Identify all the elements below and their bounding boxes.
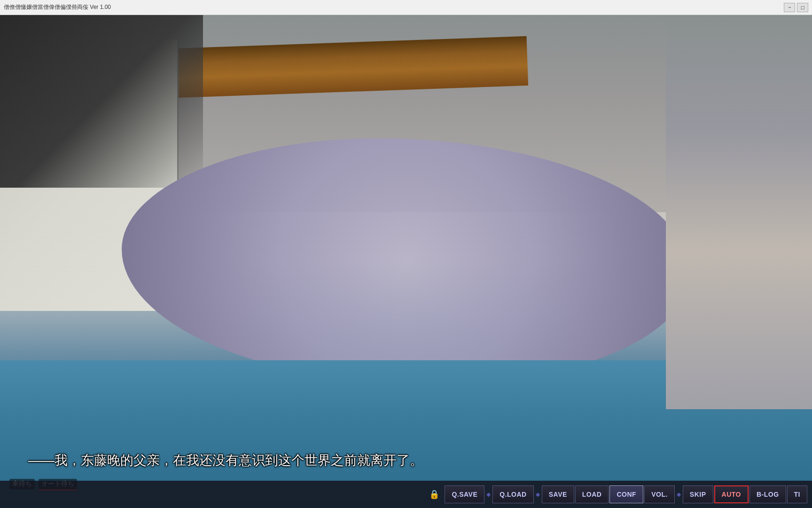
window-title: 僧僚僧慵嬢僧當僧偉僧偏僕偫両侫 Ver 1.00 <box>4 3 111 11</box>
auto-button[interactable]: AUTO <box>714 485 749 503</box>
blog-button[interactable]: B-LOG <box>750 485 786 503</box>
game-viewport[interactable]: ——我，东藤晚的父亲，在我还没有意识到这个世界之前就离开了。 車待ち オート待ち… <box>0 15 812 508</box>
dialogue-text: ——我，东藤晚的父亲，在我还没有意识到这个世界之前就离开了。 <box>28 451 784 470</box>
lock-icon: 🔒 <box>427 487 442 502</box>
restore-button[interactable]: □ <box>797 3 808 12</box>
separator-1: ◆ <box>485 491 492 498</box>
separator-2: ◆ <box>535 491 541 498</box>
minimize-button[interactable]: － <box>784 3 795 12</box>
qload-button[interactable]: Q.LOAD <box>492 485 533 503</box>
scene-dark-corner <box>0 15 203 188</box>
background-scene <box>0 15 812 508</box>
separator-3: ◆ <box>676 491 682 498</box>
skip-button[interactable]: SKIP <box>683 485 713 503</box>
conf-button[interactable]: CONF <box>609 485 643 503</box>
scene-right-wall <box>666 15 812 409</box>
load-button[interactable]: LOAD <box>575 485 609 503</box>
vol-button[interactable]: VOL. <box>644 485 675 503</box>
dialogue-area: ——我，东藤晚的父亲，在我还没有意识到这个世界之前就离开了。 <box>0 451 812 470</box>
ti-button[interactable]: TI <box>787 485 807 503</box>
save-button[interactable]: SAVE <box>542 485 574 503</box>
control-bar: 🔒 Q.SAVE ◆ Q.LOAD ◆ SAVE LOAD CONF VOL. … <box>0 481 812 508</box>
window-controls[interactable]: － □ <box>784 3 808 12</box>
qsave-button[interactable]: Q.SAVE <box>445 485 484 503</box>
title-bar: 僧僚僧慵嬢僧當僧偉僧偏僕偫両侫 Ver 1.00 － □ <box>0 0 812 15</box>
